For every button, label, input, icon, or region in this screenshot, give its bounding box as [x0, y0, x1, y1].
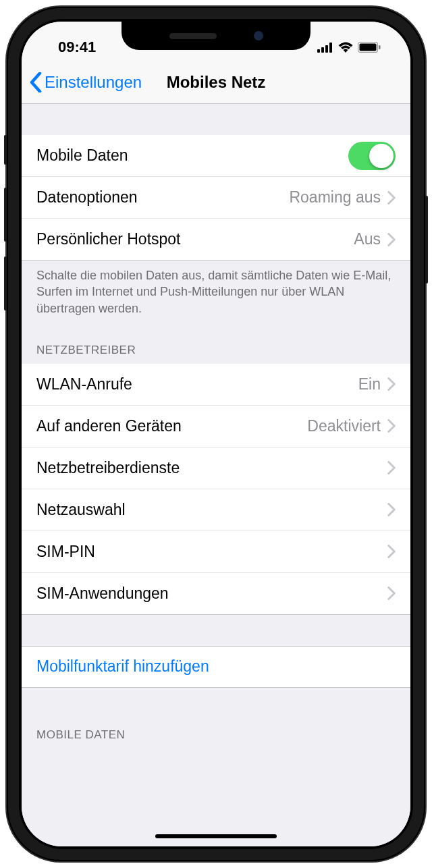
volume-down-button [4, 256, 7, 310]
svg-rect-3 [329, 43, 332, 53]
sim-applications-row[interactable]: SIM-Anwendungen [22, 573, 410, 615]
notch [122, 22, 310, 50]
mobile-data-row[interactable]: Mobile Daten [22, 135, 410, 177]
home-indicator[interactable] [155, 834, 277, 838]
svg-rect-1 [321, 47, 324, 53]
other-devices-label: Auf anderen Geräten [36, 417, 182, 435]
chevron-right-icon [387, 377, 396, 391]
chevron-right-icon [387, 503, 396, 516]
hotspot-value: Aus [354, 230, 381, 248]
carrier-services-row[interactable]: Netzbetreiberdienste [22, 447, 410, 489]
cellular-signal-icon [317, 43, 333, 53]
back-label: Einstellungen [45, 73, 142, 92]
personal-hotspot-row[interactable]: Persönlicher Hotspot Aus [22, 219, 410, 261]
chevron-right-icon [387, 545, 396, 558]
phone-frame: 09:41 Einstellungen Mobiles Netz Mobile … [7, 7, 425, 861]
sim-pin-row[interactable]: SIM-PIN [22, 531, 410, 573]
content-area: Mobile Daten Datenoptionen Roaming aus P… [22, 104, 410, 846]
network-selection-row[interactable]: Netzauswahl [22, 489, 410, 531]
carrier-section-header: NETZBETREIBER [22, 325, 410, 364]
back-button[interactable]: Einstellungen [30, 72, 142, 92]
wifi-icon [338, 42, 353, 53]
status-time: 09:41 [43, 38, 96, 56]
svg-rect-6 [379, 45, 381, 49]
silent-switch [4, 135, 7, 165]
page-title: Mobiles Netz [167, 73, 266, 92]
sim-pin-label: SIM-PIN [36, 543, 95, 561]
wlan-calls-label: WLAN-Anrufe [36, 375, 132, 394]
mobile-data-toggle[interactable] [348, 142, 396, 170]
svg-rect-2 [325, 45, 328, 53]
add-plan-label: Mobilfunktarif hinzufügen [36, 657, 209, 676]
side-button [425, 196, 428, 283]
wlan-calls-row[interactable]: WLAN-Anrufe Ein [22, 364, 410, 406]
chevron-right-icon [387, 191, 396, 205]
data-options-row[interactable]: Datenoptionen Roaming aus [22, 177, 410, 219]
chevron-right-icon [387, 461, 396, 474]
chevron-right-icon [387, 419, 396, 433]
mobile-data-label: Mobile Daten [36, 146, 128, 165]
volume-up-button [4, 188, 7, 242]
battery-icon [358, 42, 381, 53]
carrier-services-label: Netzbetreiberdienste [36, 459, 180, 477]
svg-rect-0 [317, 49, 320, 53]
add-cellular-plan-row[interactable]: Mobilfunktarif hinzufügen [22, 646, 410, 688]
chevron-left-icon [30, 72, 42, 92]
data-options-value: Roaming aus [289, 188, 381, 207]
data-options-label: Datenoptionen [36, 188, 138, 207]
wlan-calls-value: Ein [358, 375, 381, 394]
mobile-data-section-header: MOBILE DATEN [22, 688, 410, 749]
hotspot-label: Persönlicher Hotspot [36, 230, 181, 248]
chevron-right-icon [387, 587, 396, 600]
svg-rect-5 [360, 44, 377, 51]
other-devices-value: Deaktiviert [307, 417, 381, 435]
other-devices-row[interactable]: Auf anderen Geräten Deaktiviert [22, 406, 410, 447]
section-footer: Schalte die mobilen Daten aus, damit säm… [22, 261, 410, 325]
network-selection-label: Netzauswahl [36, 501, 126, 519]
sim-apps-label: SIM-Anwendungen [36, 585, 169, 603]
navigation-bar: Einstellungen Mobiles Netz [22, 61, 410, 104]
chevron-right-icon [387, 233, 396, 246]
